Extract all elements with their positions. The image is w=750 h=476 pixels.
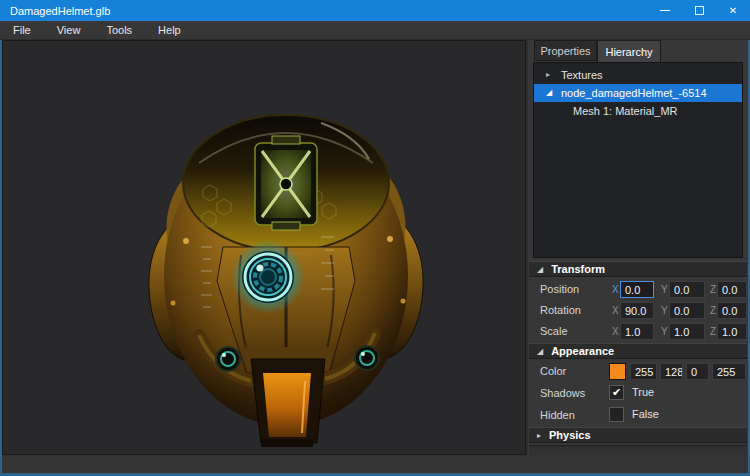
axis-y-label: Y xyxy=(661,284,668,295)
section-header-appearance[interactable]: ◢ Appearance xyxy=(529,343,747,359)
tree-item-label: Mesh 1: Material_MR xyxy=(573,102,678,120)
color-row: Color xyxy=(528,363,748,380)
check-icon: ✔ xyxy=(612,386,621,398)
close-icon: ✕ xyxy=(729,5,737,16)
maximize-button[interactable] xyxy=(682,0,716,21)
menu-view[interactable]: View xyxy=(44,21,94,40)
menu-bar: File View Tools Help xyxy=(0,21,750,40)
maximize-icon xyxy=(695,6,704,15)
section-header-physics[interactable]: ▸ Physics xyxy=(529,427,747,443)
color-b-field[interactable] xyxy=(686,363,709,380)
section-title: Transform xyxy=(551,263,605,275)
section-title: Appearance xyxy=(551,345,614,357)
inspector-panel: Properties Hierarchy ▸ Textures ◢ node_d… xyxy=(528,40,748,455)
axis-z-label: Z xyxy=(710,326,716,337)
tab-properties-label: Properties xyxy=(540,45,590,57)
menu-file[interactable]: File xyxy=(0,21,44,40)
shadows-value: True xyxy=(632,386,654,398)
section-title: Physics xyxy=(549,429,591,441)
status-bar xyxy=(2,455,748,473)
axis-y-label: Y xyxy=(661,326,668,337)
menu-help[interactable]: Help xyxy=(145,21,194,40)
tree-item-mesh-material[interactable]: Mesh 1: Material_MR xyxy=(534,102,742,120)
rotation-label: Rotation xyxy=(540,304,581,316)
color-g-field[interactable] xyxy=(660,363,683,380)
tree-item-label: Textures xyxy=(561,66,603,84)
rotation-row: Rotation X Y Z xyxy=(528,302,748,319)
color-label: Color xyxy=(540,365,566,377)
rotation-z-field[interactable] xyxy=(717,302,747,319)
hidden-checkbox[interactable] xyxy=(609,407,624,422)
position-y-field[interactable] xyxy=(669,281,705,298)
tree-item-label: node_damagedHelmet_-6514 xyxy=(561,84,707,102)
scale-z-field[interactable] xyxy=(717,323,747,340)
rotation-x-field[interactable] xyxy=(620,302,654,319)
hidden-row: Hidden False xyxy=(528,407,748,424)
window-title: DamagedHelmet.glb xyxy=(0,5,110,17)
window-border-left xyxy=(0,40,2,476)
hierarchy-tree: ▸ Textures ◢ node_damagedHelmet_-6514 Me… xyxy=(533,62,743,258)
expander-collapsed-icon: ▸ xyxy=(537,431,541,440)
axis-x-label: X xyxy=(612,284,619,295)
window-controls: ✕ xyxy=(648,0,750,21)
tab-properties[interactable]: Properties xyxy=(534,40,597,61)
shadows-label: Shadows xyxy=(540,387,585,399)
expander-collapsed-icon[interactable]: ▸ xyxy=(546,66,550,84)
damaged-helmet-model xyxy=(3,41,525,454)
tree-item-textures[interactable]: ▸ Textures xyxy=(534,66,742,84)
3d-viewport[interactable] xyxy=(2,40,526,455)
shadows-checkbox[interactable]: ✔ xyxy=(609,385,624,400)
scale-y-field[interactable] xyxy=(669,323,705,340)
axis-x-label: X xyxy=(612,305,619,316)
axis-x-label: X xyxy=(612,326,619,337)
minimize-button[interactable] xyxy=(648,0,682,21)
tab-hierarchy[interactable]: Hierarchy xyxy=(597,40,661,62)
title-bar: DamagedHelmet.glb ✕ xyxy=(0,0,750,21)
tab-hierarchy-label: Hierarchy xyxy=(605,46,652,58)
position-z-field[interactable] xyxy=(717,281,747,298)
scale-label: Scale xyxy=(540,325,568,337)
color-r-field[interactable] xyxy=(630,363,657,380)
tree-item-node-damagedhelmet[interactable]: ◢ node_damagedHelmet_-6514 xyxy=(534,84,742,102)
axis-y-label: Y xyxy=(661,305,668,316)
expander-expanded-icon[interactable]: ◢ xyxy=(546,84,552,102)
axis-z-label: Z xyxy=(710,284,716,295)
section-header-transform[interactable]: ◢ Transform xyxy=(529,261,747,277)
hidden-value: False xyxy=(632,408,659,420)
position-label: Position xyxy=(540,283,579,295)
position-x-field[interactable] xyxy=(620,281,654,298)
expander-expanded-icon: ◢ xyxy=(537,265,543,274)
position-row: Position X Y Z xyxy=(528,281,748,298)
rotation-y-field[interactable] xyxy=(669,302,705,319)
panel-footer-strip xyxy=(529,445,747,455)
close-button[interactable]: ✕ xyxy=(716,0,750,21)
color-a-field[interactable] xyxy=(712,363,746,380)
expander-expanded-icon: ◢ xyxy=(537,347,543,356)
minimize-icon xyxy=(660,10,670,11)
color-swatch[interactable] xyxy=(609,363,626,380)
scale-row: Scale X Y Z xyxy=(528,323,748,340)
hidden-label: Hidden xyxy=(540,409,575,421)
menu-tools[interactable]: Tools xyxy=(93,21,145,40)
scale-x-field[interactable] xyxy=(620,323,654,340)
axis-z-label: Z xyxy=(710,305,716,316)
shadows-row: Shadows ✔ True xyxy=(528,385,748,402)
